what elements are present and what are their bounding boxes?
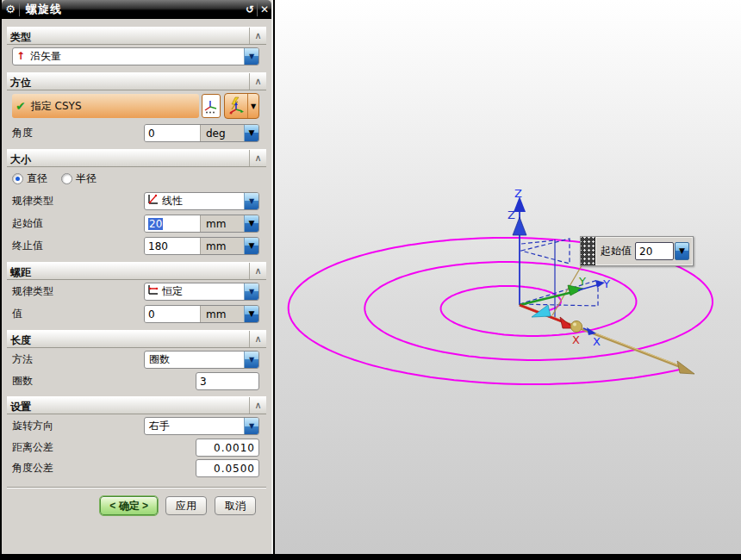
x-axis-label-red: X (572, 333, 580, 346)
end-value-unit: mm (200, 238, 244, 254)
y-axis-label-green: Y (578, 275, 586, 288)
section-header-pitch: 螺距 ∧ (7, 262, 266, 280)
sphere-highlight (573, 323, 576, 327)
csys-dropdown-arrow[interactable]: ▼ (247, 94, 258, 118)
constant-law-icon (145, 284, 160, 298)
z-axis-label: Z (514, 187, 522, 200)
onscreen-dropdown-arrow[interactable]: ▼ (675, 242, 689, 260)
cancel-button[interactable]: 取消 (215, 496, 256, 515)
pitch-law-combo[interactable]: 恒定 ▼ (144, 283, 259, 301)
size-law-combo[interactable]: 线性 ▼ (144, 192, 259, 210)
dropdown-arrow-icon[interactable]: ▼ (244, 48, 258, 65)
pitch-law-label: 规律类型 (12, 284, 53, 299)
dialog-titlebar[interactable]: ⚙ 螺旋线 ↺ ✕ (2, 0, 271, 19)
angle-input[interactable]: 0 (145, 125, 200, 141)
collapse-length-button[interactable]: ∧ (249, 331, 266, 347)
distance-tolerance-label: 距离公差 (12, 440, 53, 455)
apply-button[interactable]: 应用 (165, 496, 207, 515)
origin-drag-sphere[interactable] (571, 321, 582, 333)
start-value-field: 20 mm ▼ (144, 215, 259, 233)
angle-tolerance-label: 角度公差 (12, 461, 53, 476)
section-header-orientation: 方位 ∧ (7, 72, 266, 90)
angle-tolerance-input[interactable]: 0.0500 (196, 459, 259, 477)
angle-unit: deg (200, 125, 244, 141)
size-law-label: 规律类型 (12, 194, 53, 208)
collapse-size-button[interactable]: ∧ (249, 150, 266, 166)
lightning-csys-icon (227, 96, 245, 115)
ok-button[interactable]: < 确定 > (100, 496, 158, 515)
diameter-radio[interactable]: 直径 (12, 171, 47, 186)
graphics-viewport[interactable]: Z Z Y Y X X 起始值 20 ▼ (275, 0, 741, 554)
section-header-settings: 设置 ∧ (7, 396, 266, 414)
vector-arrow-icon: ↑ (13, 50, 28, 62)
collapse-settings-button[interactable]: ∧ (249, 397, 266, 414)
start-value-input[interactable]: 20 (145, 215, 200, 232)
onscreen-input-panel: 起始值 20 ▼ (595, 237, 693, 265)
section-header-size: 大小 ∧ (7, 149, 266, 167)
helix-dialog: ⚙ 螺旋线 ↺ ✕ 类型 ∧ ↑ 沿矢量 ▼ 方位 ∧ ✔ 指定 CSYS (0, 0, 273, 554)
pitch-value-input[interactable]: 0 (145, 306, 200, 322)
z-axis-label-2: Z (507, 208, 515, 221)
onscreen-start-value-label: 起始值 (601, 244, 632, 258)
csys-triad-icon (203, 98, 219, 114)
dialog-title: 螺旋线 (20, 2, 243, 17)
dropdown-arrow-icon[interactable]: ▼ (244, 418, 258, 434)
turns-label: 圈数 (12, 374, 33, 389)
pitch-unit-dropdown[interactable]: ▼ (244, 306, 258, 322)
start-value-unit: mm (200, 215, 244, 232)
collapse-type-button[interactable]: ∧ (249, 28, 266, 44)
helix-preview-canvas: Z Z Y Y X X (275, 0, 741, 554)
pitch-value-field: 0 mm ▼ (144, 305, 259, 323)
rotation-direction-label: 旋转方向 (12, 419, 53, 433)
collapse-orientation-button[interactable]: ∧ (249, 73, 266, 90)
inferred-csys-button[interactable] (225, 94, 247, 118)
collapse-pitch-button[interactable]: ∧ (249, 263, 266, 279)
csys-inferred-group: ▼ (224, 93, 259, 119)
onscreen-start-value-box[interactable]: 起始值 20 ▼ (580, 236, 694, 266)
pitch-value-unit: mm (200, 306, 244, 322)
end-unit-dropdown[interactable]: ▼ (244, 238, 258, 254)
start-unit-dropdown[interactable]: ▼ (244, 215, 258, 232)
start-value-label: 起始值 (12, 216, 43, 231)
drag-grip-icon[interactable] (581, 237, 595, 265)
radius-radio[interactable]: 半径 (61, 171, 97, 186)
linear-law-icon (145, 194, 160, 208)
type-combo[interactable]: ↑ 沿矢量 ▼ (12, 47, 259, 65)
distance-tolerance-input[interactable]: 0.0010 (196, 439, 259, 457)
specify-csys-field[interactable]: ✔ 指定 CSYS (12, 94, 199, 118)
angle-unit-dropdown[interactable]: ▼ (244, 125, 258, 141)
onscreen-start-value-input[interactable]: 20 (635, 242, 674, 260)
reset-button[interactable]: ↺ (243, 3, 257, 16)
radio-dot-icon (61, 173, 72, 184)
angle-label: 角度 (12, 126, 33, 140)
length-method-label: 方法 (12, 352, 33, 367)
section-header-type: 类型 ∧ (7, 27, 266, 45)
dropdown-arrow-icon[interactable]: ▼ (244, 193, 258, 209)
end-value-input[interactable]: 180 (145, 238, 200, 254)
pitch-value-label: 值 (12, 307, 22, 321)
y-axis-label-blue: Y (602, 277, 610, 290)
dropdown-arrow-icon[interactable]: ▼ (244, 352, 258, 368)
length-method-combo[interactable]: 圈数 ▼ (144, 351, 259, 369)
turns-input[interactable]: 3 (196, 372, 259, 390)
end-value-label: 终止值 (12, 239, 43, 253)
csys-dialog-button[interactable] (202, 94, 221, 118)
section-header-length: 长度 ∧ (7, 330, 266, 348)
rotation-direction-combo[interactable]: 右手 ▼ (144, 417, 259, 435)
gear-icon: ⚙ (2, 1, 19, 18)
dropdown-arrow-icon[interactable]: ▼ (244, 283, 258, 300)
x-axis-label-blue: X (593, 335, 601, 348)
end-value-field: 180 mm ▼ (144, 237, 259, 255)
close-button[interactable]: ✕ (258, 3, 271, 16)
y-axis-handle[interactable] (520, 280, 605, 305)
angle-field: 0 deg ▼ (144, 124, 259, 142)
check-icon: ✔ (16, 99, 26, 113)
radio-dot-icon (12, 173, 23, 184)
